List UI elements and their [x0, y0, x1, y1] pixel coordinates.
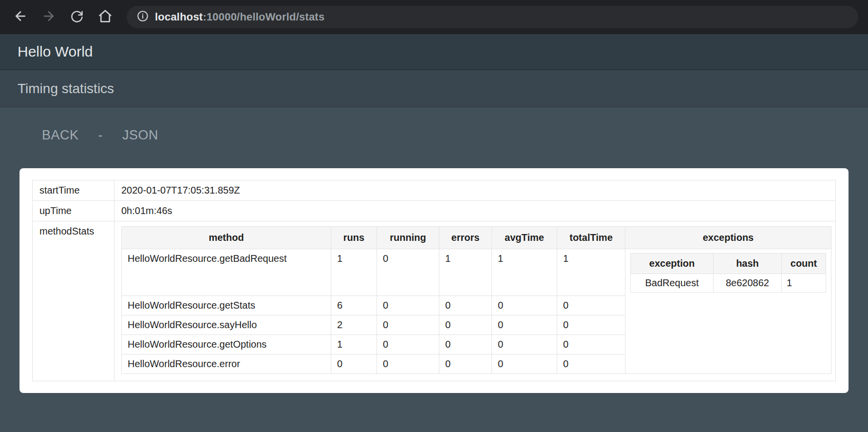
runs-value: 0 [331, 354, 377, 373]
errors-value: 0 [439, 334, 492, 354]
column-header-runs: runs [331, 227, 377, 249]
home-icon [98, 9, 113, 25]
table-row: startTime 2020-01-07T17:05:31.859Z [33, 180, 836, 201]
totaltime-value: 1 [557, 249, 625, 296]
avgtime-value: 0 [492, 334, 557, 354]
running-value: 0 [377, 334, 439, 354]
runs-value: 1 [331, 249, 377, 296]
page-title: Hello World [18, 43, 93, 60]
column-header-running: running [377, 227, 439, 249]
stat-key-methodstats: methodStats [33, 221, 114, 381]
table-row: HelloWorldResource.getOptions 1 0 0 0 0 [122, 334, 831, 354]
runs-value: 2 [331, 315, 377, 334]
runs-value: 1 [331, 334, 377, 354]
stat-key-starttime: startTime [33, 180, 114, 201]
totaltime-value: 0 [557, 315, 625, 334]
methodstats-cell: method runs running errors avgTime total… [114, 221, 836, 381]
section-header: Timing statistics [0, 70, 868, 107]
column-header-exception: exception [631, 254, 714, 274]
exception-count: 1 [782, 274, 826, 293]
table-row: methodStats method runs running [33, 221, 836, 381]
reload-button[interactable] [66, 6, 88, 28]
forward-button[interactable] [38, 6, 59, 28]
column-header-avgtime: avgTime [492, 227, 557, 249]
errors-value: 0 [439, 295, 492, 315]
forward-arrow-icon [41, 9, 56, 25]
exceptions-cell [625, 315, 831, 334]
json-link[interactable]: JSON [122, 128, 158, 143]
table-row: BadRequest 8e620862 1 [631, 274, 826, 293]
avgtime-value: 0 [492, 315, 557, 334]
home-button[interactable] [94, 6, 116, 28]
table-row: HelloWorldResource.getBadRequest 1 0 1 1… [122, 249, 831, 296]
exception-name: BadRequest [631, 274, 714, 293]
table-row: HelloWorldResource.error 0 0 0 0 0 [122, 354, 831, 373]
method-stats-table: method runs running errors avgTime total… [121, 226, 831, 374]
stats-card: startTime 2020-01-07T17:05:31.859Z upTim… [19, 168, 849, 393]
table-row: HelloWorldResource.sayHello 2 0 0 0 0 [122, 315, 831, 334]
stat-key-uptime: upTime [33, 201, 114, 221]
stats-table: startTime 2020-01-07T17:05:31.859Z upTim… [32, 180, 836, 381]
runs-value: 6 [331, 295, 377, 315]
site-info-icon[interactable] [136, 10, 149, 24]
method-name: HelloWorldResource.getBadRequest [122, 249, 331, 296]
exceptions-cell: exception hash count BadRequest [625, 249, 831, 296]
exception-hash: 8e620862 [714, 274, 782, 293]
running-value: 0 [377, 249, 439, 296]
browser-toolbar: localhost:10000/helloWorld/stats [0, 0, 868, 34]
url-path: :10000/helloWorld/stats [203, 11, 324, 23]
url-text[interactable]: localhost:10000/helloWorld/stats [155, 11, 324, 23]
table-row: upTime 0h:01m:46s [33, 201, 836, 221]
method-name: HelloWorldResource.getOptions [122, 334, 331, 354]
url-host: localhost [155, 11, 203, 23]
method-name: HelloWorldResource.getStats [122, 295, 331, 315]
method-table-header-row: method runs running errors avgTime total… [122, 227, 831, 249]
totaltime-value: 0 [557, 295, 625, 315]
avgtime-value: 1 [492, 249, 557, 296]
method-name: HelloWorldResource.sayHello [122, 315, 331, 334]
errors-value: 0 [439, 354, 492, 373]
errors-value: 0 [439, 315, 492, 334]
stat-value-starttime: 2020-01-07T17:05:31.859Z [114, 180, 836, 201]
running-value: 0 [377, 315, 439, 334]
back-arrow-icon [13, 9, 28, 25]
reload-icon [70, 9, 84, 25]
back-link[interactable]: BACK [42, 128, 79, 143]
totaltime-value: 0 [557, 334, 625, 354]
back-button[interactable] [10, 6, 31, 28]
running-value: 0 [377, 295, 439, 315]
column-header-errors: errors [439, 227, 492, 249]
exceptions-cell [625, 334, 831, 354]
exceptions-cell [625, 295, 831, 315]
exceptions-header-row: exception hash count [631, 254, 826, 274]
exceptions-table: exception hash count BadRequest [630, 253, 826, 293]
page-nav: BACK - JSON [0, 107, 868, 143]
exceptions-cell [625, 354, 831, 373]
column-header-exceptions: exceptions [625, 227, 831, 249]
nav-separator: - [98, 128, 103, 143]
method-name: HelloWorldResource.error [122, 354, 331, 373]
address-bar[interactable]: localhost:10000/helloWorld/stats [127, 6, 858, 28]
avgtime-value: 0 [492, 354, 557, 373]
column-header-hash: hash [714, 254, 782, 274]
running-value: 0 [377, 354, 439, 373]
totaltime-value: 0 [557, 354, 625, 373]
table-row: HelloWorldResource.getStats 6 0 0 0 0 [122, 295, 831, 315]
errors-value: 1 [439, 249, 492, 296]
avgtime-value: 0 [492, 295, 557, 315]
column-header-method: method [122, 227, 331, 249]
app-header: Hello World [0, 34, 868, 70]
column-header-totaltime: totalTime [557, 227, 625, 249]
section-title: Timing statistics [18, 81, 114, 97]
stat-value-uptime: 0h:01m:46s [114, 201, 836, 221]
column-header-count: count [782, 254, 826, 274]
